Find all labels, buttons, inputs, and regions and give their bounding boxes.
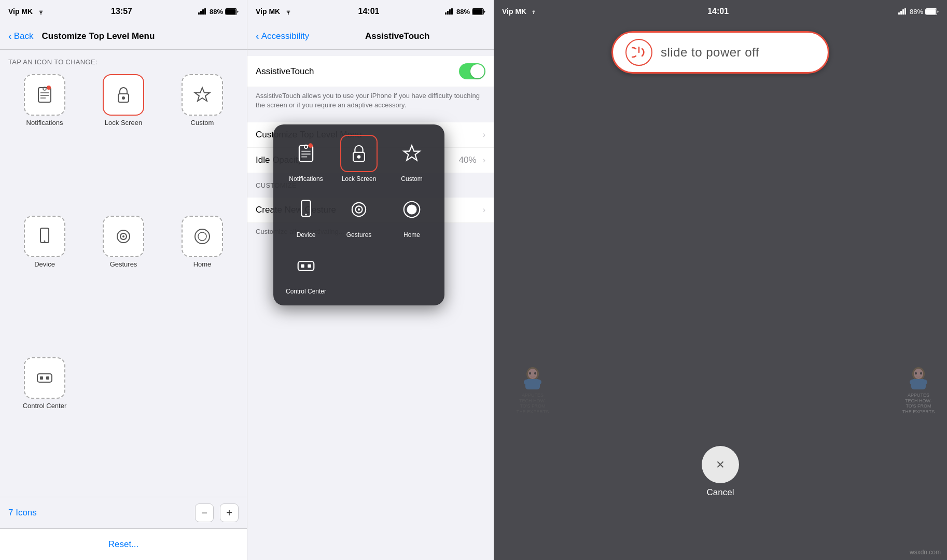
icon-cell-device[interactable]: Device <box>8 216 81 351</box>
svg-point-63 <box>524 380 529 385</box>
popup-label-custom: Custom <box>401 175 422 183</box>
time-panel1: 13:57 <box>111 7 132 16</box>
icon-box-lockscreen[interactable] <box>103 74 144 116</box>
popup-box-lockscreen[interactable] <box>340 135 378 172</box>
gestures-icon <box>112 225 135 248</box>
watermark-left: APPUTESTECH HOW-TO'S FROMTHE EXPERTS <box>514 367 551 415</box>
icon-box-control-center[interactable] <box>24 357 65 399</box>
icon-label-home: Home <box>193 260 212 269</box>
right-status-icons-panel1: 88% <box>198 8 239 16</box>
popup-box-home[interactable] <box>393 191 430 228</box>
svg-point-22 <box>198 232 206 241</box>
svg-rect-50 <box>298 261 314 270</box>
settings-list: AssistiveTouch <box>247 56 494 87</box>
status-bar-panel3: Vip MK 14:01 88% <box>494 0 947 23</box>
svg-point-36 <box>308 143 313 148</box>
icon-cell-control-center[interactable]: Control Center <box>8 357 81 493</box>
icon-cell-custom[interactable]: Custom <box>166 74 239 209</box>
popup-label-device: Device <box>297 231 316 239</box>
assistivetouch-description: AssistiveTouch allows you to use your iP… <box>247 87 494 116</box>
svg-rect-34 <box>299 146 313 162</box>
svg-rect-3 <box>202 9 204 15</box>
plus-button[interactable]: + <box>220 503 239 522</box>
icon-cell-notifications[interactable]: Notifications <box>8 74 81 209</box>
popup-box-device[interactable] <box>287 191 325 228</box>
svg-point-27 <box>288 13 289 15</box>
svg-rect-24 <box>40 376 43 380</box>
power-icon-circle <box>625 39 652 66</box>
svg-point-41 <box>357 155 361 159</box>
svg-rect-28 <box>445 12 447 15</box>
svg-point-0 <box>40 13 41 15</box>
svg-marker-42 <box>404 146 420 160</box>
idle-opacity-value: 40% <box>459 155 477 165</box>
popup-icon-custom[interactable]: Custom <box>389 135 434 183</box>
popup-icon-device[interactable]: Device <box>284 191 328 239</box>
status-bar-panel1: Vip MK 13:57 88% <box>0 0 247 23</box>
carrier-panel1: Vip MK <box>8 7 45 16</box>
popup-icon-home[interactable]: Home <box>389 191 434 239</box>
svg-rect-51 <box>301 264 304 268</box>
power-off-slider[interactable]: slide to power off <box>611 31 829 74</box>
carrier-panel2: Vip MK <box>256 7 293 16</box>
icon-box-custom[interactable] <box>182 74 223 116</box>
icon-cell-home[interactable]: Home <box>166 216 239 351</box>
nav-title-panel1: Customize Top Level Menu <box>41 31 155 41</box>
popup-box-custom[interactable] <box>393 135 430 172</box>
svg-point-64 <box>536 380 541 385</box>
time-panel3: 14:01 <box>707 7 729 16</box>
popup-icon-gestures[interactable]: Gestures <box>337 191 381 239</box>
watermark-right: APPUTESTECH HOW-TO'S FROMTHE EXPERTS <box>900 367 937 415</box>
reset-button[interactable]: Reset... <box>108 539 139 549</box>
panel-customize-menu: Vip MK 13:57 88% <box>0 0 247 560</box>
popup-label-control-center: Control Center <box>286 288 326 295</box>
panel-power-off: Vip MK 14:01 88% <box>494 0 947 560</box>
battery-panel1: 88% <box>210 8 223 16</box>
assistivetouch-popup: Notifications Lock Screen Custom <box>273 124 444 305</box>
popup-icon-lockscreen[interactable]: Lock Screen <box>337 135 381 183</box>
icon-label-lockscreen: Lock Screen <box>105 119 142 127</box>
popup-notifications-icon <box>294 141 318 166</box>
back-button-panel2[interactable]: ‹ Accessibility <box>256 30 309 42</box>
icon-box-device[interactable] <box>24 216 65 257</box>
power-icon <box>632 45 646 60</box>
popup-box-notifications[interactable] <box>287 135 325 172</box>
assistivetouch-toggle-row[interactable]: AssistiveTouch <box>247 56 494 87</box>
svg-rect-59 <box>926 9 936 14</box>
svg-rect-55 <box>900 11 902 15</box>
svg-rect-57 <box>904 8 906 15</box>
back-button-panel1[interactable]: ‹ Back <box>8 30 33 42</box>
wsxdn-watermark: wsxdn.com <box>910 549 941 556</box>
right-status-icons-panel2: 88% <box>445 8 485 16</box>
popup-icon-control-center[interactable]: Control Center <box>284 247 328 295</box>
popup-label-notifications: Notifications <box>289 175 323 183</box>
assistivetouch-label: AssistiveTouch <box>256 66 314 77</box>
svg-point-70 <box>910 380 915 385</box>
back-label-panel1: Back <box>14 31 34 41</box>
svg-point-14 <box>122 96 125 100</box>
svg-point-49 <box>407 205 416 214</box>
apputes-character-icon <box>521 367 545 393</box>
svg-point-71 <box>922 380 927 385</box>
popup-icon-notifications[interactable]: Notifications <box>284 135 328 183</box>
status-icons-panel3-right: 88% <box>898 8 939 16</box>
power-off-text: slide to power off <box>661 45 759 60</box>
popup-label-gestures: Gestures <box>346 231 372 239</box>
popup-box-gestures[interactable] <box>340 191 378 228</box>
popup-box-control-center[interactable] <box>287 247 325 285</box>
popup-home-icon <box>399 197 424 222</box>
icon-box-notifications[interactable] <box>24 74 65 116</box>
svg-rect-33 <box>472 9 482 14</box>
icons-count-label: 7 Icons <box>8 508 37 518</box>
icon-box-gestures[interactable] <box>103 216 144 257</box>
icon-box-home[interactable] <box>182 216 223 257</box>
popup-custom-icon <box>399 141 424 166</box>
cancel-button[interactable]: × <box>702 446 739 483</box>
minus-button[interactable]: − <box>195 503 214 522</box>
icon-cell-lockscreen[interactable]: Lock Screen <box>87 74 160 209</box>
svg-point-47 <box>358 208 360 211</box>
icon-cell-gestures[interactable]: Gestures <box>87 216 160 351</box>
svg-point-44 <box>305 214 307 216</box>
popup-label-home: Home <box>403 231 420 239</box>
assistivetouch-toggle[interactable] <box>459 63 485 79</box>
